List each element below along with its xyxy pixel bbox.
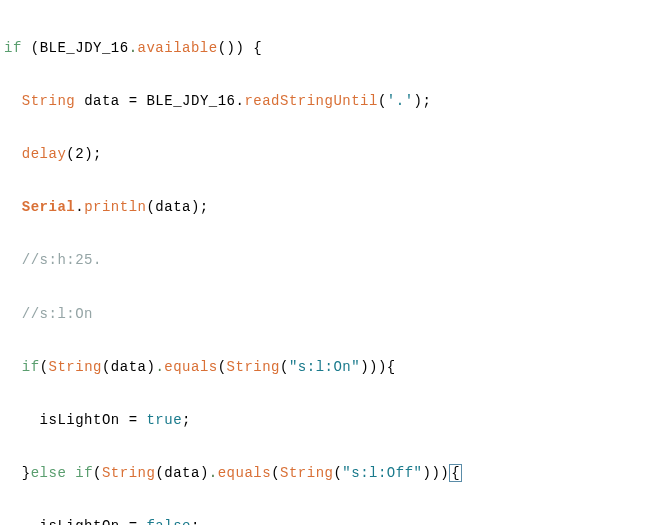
code-line-6: //s:l:On — [4, 301, 665, 328]
code-line-8: isLightOn = true; — [4, 407, 665, 434]
code-line-9: }else if(String(data).equals(String("s:l… — [4, 460, 665, 487]
comment: //s:l:On — [22, 306, 93, 322]
brace-matched: { — [449, 464, 462, 482]
comment: //s:h:25. — [22, 252, 102, 268]
code-editor[interactable]: if (BLE_JDY_16.available()) { String dat… — [0, 0, 669, 525]
code-line-3: delay(2); — [4, 141, 665, 168]
code-line-1: if (BLE_JDY_16.available()) { — [4, 35, 665, 62]
type-string: String — [22, 93, 75, 109]
func-println: println — [84, 199, 146, 215]
keyword-else: else — [31, 465, 67, 481]
code-line-4: Serial.println(data); — [4, 194, 665, 221]
bool-false: false — [146, 518, 191, 525]
func-delay: delay — [22, 146, 67, 162]
string-literal: "s:l:On" — [289, 359, 360, 375]
func-available: available — [138, 40, 218, 56]
bool-true: true — [146, 412, 182, 428]
keyword-if: if — [4, 40, 22, 56]
char-literal: '.' — [387, 93, 414, 109]
code-line-7: if(String(data).equals(String("s:l:On"))… — [4, 354, 665, 381]
func-readstringuntil: readStringUntil — [244, 93, 378, 109]
code-line-10: isLightOn = false; — [4, 513, 665, 525]
func-equals: equals — [164, 359, 217, 375]
code-line-5: //s:h:25. — [4, 247, 665, 274]
identifier: BLE_JDY_16 — [40, 40, 129, 56]
string-literal: "s:l:Off" — [342, 465, 422, 481]
func-equals: equals — [218, 465, 271, 481]
code-line-2: String data = BLE_JDY_16.readStringUntil… — [4, 88, 665, 115]
obj-serial: Serial — [22, 199, 75, 215]
keyword-if: if — [75, 465, 93, 481]
keyword-if: if — [22, 359, 40, 375]
